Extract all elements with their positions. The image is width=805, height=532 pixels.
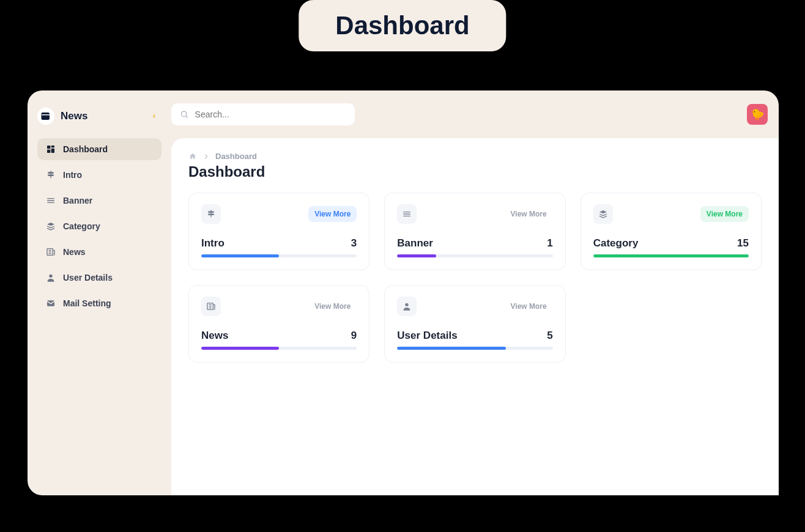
card-count: 1 <box>547 237 552 249</box>
card-title: Banner <box>397 237 433 249</box>
user-icon <box>397 297 417 316</box>
stat-card-category: View MoreCategory15 <box>581 193 762 270</box>
avatar[interactable]: 🐤 <box>747 104 768 125</box>
breadcrumb: Dashboard <box>188 152 762 161</box>
main-panel: Dashboard Dashboard View MoreIntro3View … <box>171 138 779 495</box>
chevron-right-icon <box>202 152 210 161</box>
lines-icon <box>46 196 56 205</box>
layers-icon <box>46 221 56 231</box>
card-count: 15 <box>737 237 749 249</box>
card-body: News9 <box>201 330 357 350</box>
sidebar-item-banner[interactable]: Banner <box>37 190 161 212</box>
dashboard-icon <box>46 144 56 154</box>
stat-card-intro: View MoreIntro3 <box>188 193 369 270</box>
card-title: Intro <box>201 237 224 249</box>
sidebar-item-label: Mail Setting <box>63 298 111 308</box>
stat-card-user-details: View MoreUser Details5 <box>384 285 565 363</box>
card-top: View More <box>201 204 357 224</box>
card-title-row: Intro3 <box>201 237 357 249</box>
brand-row: News <box>37 108 161 125</box>
sidebar-item-label: Banner <box>63 196 92 205</box>
lines-icon <box>397 204 417 224</box>
newspaper-icon <box>46 247 56 257</box>
progress-bar <box>201 347 357 350</box>
progress-bar <box>201 254 357 257</box>
sidebar-item-dashboard[interactable]: Dashboard <box>37 138 161 160</box>
page-title: Dashboard <box>188 163 762 180</box>
view-more-button[interactable]: View More <box>505 298 553 314</box>
progress-bar <box>397 254 552 257</box>
sidebar-item-user-details[interactable]: User Details <box>37 267 161 289</box>
card-body: User Details5 <box>397 330 552 350</box>
sidebar-item-label: Category <box>63 221 100 231</box>
sidebar-item-intro[interactable]: Intro <box>37 164 161 186</box>
sidebar-nav: DashboardIntroBannerCategoryNewsUser Det… <box>37 138 161 314</box>
app-window: News DashboardIntroBannerCategoryNewsUse… <box>28 91 779 495</box>
right-pane: 🐤 Dashboard Dashboard View MoreIntro3Vie… <box>171 91 779 495</box>
progress-fill <box>593 254 749 257</box>
collapse-sidebar-button[interactable] <box>147 109 161 124</box>
sidebar-item-label: Dashboard <box>63 144 108 154</box>
progress-fill <box>201 347 279 350</box>
breadcrumb-current: Dashboard <box>215 152 257 161</box>
book-icon <box>37 108 54 125</box>
card-count: 3 <box>351 237 357 249</box>
progress-fill <box>397 254 436 257</box>
card-body: Banner1 <box>397 237 552 257</box>
card-top: View More <box>397 297 552 316</box>
mail-icon <box>46 298 56 308</box>
brand-name: News <box>61 110 87 122</box>
card-title: Category <box>593 237 639 249</box>
user-icon <box>46 273 56 283</box>
card-count: 5 <box>547 330 552 342</box>
card-title-row: Category15 <box>593 237 749 249</box>
card-body: Category15 <box>593 237 749 257</box>
sidebar-item-mail-setting[interactable]: Mail Setting <box>37 292 161 314</box>
card-grid: View MoreIntro3View MoreBanner1View More… <box>188 193 762 363</box>
card-count: 9 <box>351 330 357 342</box>
card-title: News <box>201 330 228 342</box>
home-icon <box>188 152 197 161</box>
brand: News <box>37 108 87 125</box>
view-more-button[interactable]: View More <box>308 206 357 222</box>
search-input-wrapper[interactable] <box>171 103 355 125</box>
svg-rect-2 <box>51 149 54 153</box>
svg-point-11 <box>49 275 52 278</box>
view-more-button[interactable]: View More <box>505 206 553 222</box>
search-icon <box>180 109 189 119</box>
view-more-button[interactable]: View More <box>308 298 357 314</box>
layers-icon <box>593 204 613 224</box>
progress-bar <box>593 254 749 257</box>
card-body: Intro3 <box>201 237 357 257</box>
sidebar: News DashboardIntroBannerCategoryNewsUse… <box>28 91 171 495</box>
progress-fill <box>201 254 279 257</box>
progress-fill <box>397 347 506 350</box>
svg-rect-0 <box>47 146 50 149</box>
svg-point-21 <box>406 303 409 306</box>
card-top: View More <box>201 297 357 316</box>
card-top: View More <box>397 204 552 224</box>
newspaper-icon <box>201 297 221 316</box>
card-title-row: News9 <box>201 330 357 342</box>
progress-bar <box>397 347 552 350</box>
sidebar-item-label: User Details <box>63 273 113 283</box>
svg-point-13 <box>181 111 186 116</box>
card-title-row: Banner1 <box>397 237 552 249</box>
sidebar-item-category[interactable]: Category <box>37 215 161 237</box>
sidebar-item-news[interactable]: News <box>37 241 161 263</box>
topbar: 🐤 <box>171 91 779 138</box>
sidebar-item-label: News <box>63 247 86 257</box>
search-input[interactable] <box>195 109 346 119</box>
page-badge: Dashboard <box>299 0 506 51</box>
sidebar-item-label: Intro <box>63 170 82 180</box>
signpost-icon <box>46 170 56 180</box>
view-more-button[interactable]: View More <box>700 206 749 222</box>
card-title-row: User Details5 <box>397 330 552 342</box>
svg-rect-1 <box>51 146 54 147</box>
svg-rect-3 <box>47 150 50 153</box>
signpost-icon <box>201 204 221 224</box>
stat-card-banner: View MoreBanner1 <box>384 193 565 270</box>
card-title: User Details <box>397 330 457 342</box>
stat-card-news: View MoreNews9 <box>188 285 369 363</box>
card-top: View More <box>593 204 749 224</box>
